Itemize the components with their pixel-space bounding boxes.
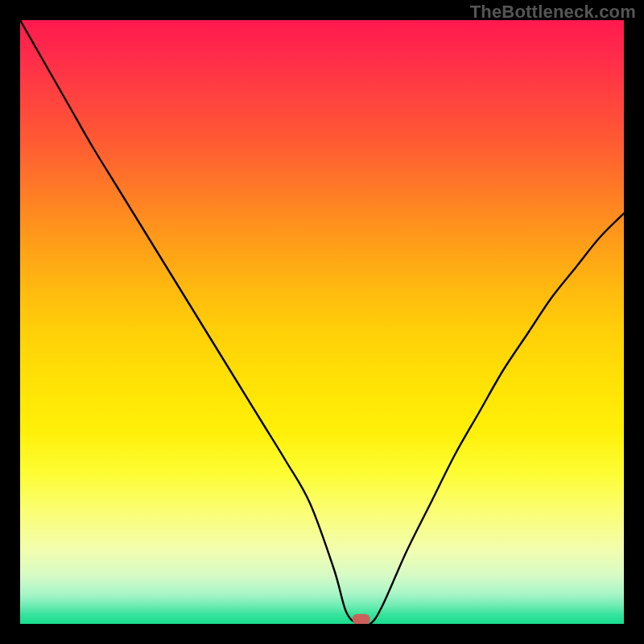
watermark-text: TheBottleneck.com (470, 2, 636, 23)
chart-frame: TheBottleneck.com (0, 0, 644, 644)
bottleneck-curve (20, 20, 624, 624)
optimal-marker (353, 614, 370, 624)
curve-svg (20, 20, 624, 624)
plot-area (20, 20, 624, 624)
